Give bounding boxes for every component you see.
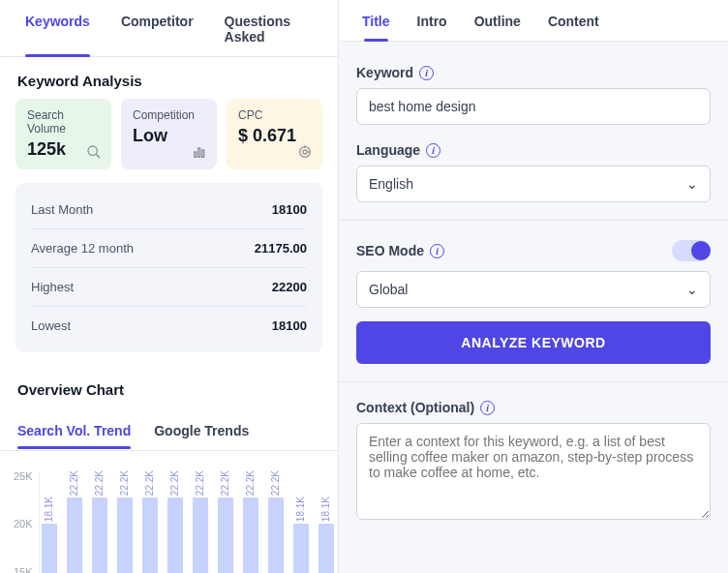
stat-value: 18100 bbox=[272, 318, 307, 333]
divider bbox=[339, 381, 728, 382]
search-volume-chart: 25K20K15K10K 18.1K22.2K22.2K22.2K22.2K22… bbox=[0, 451, 338, 573]
context-textarea[interactable] bbox=[356, 423, 711, 520]
tab-intro[interactable]: Intro bbox=[404, 0, 461, 41]
info-icon[interactable]: i bbox=[430, 244, 444, 258]
bar bbox=[117, 498, 133, 573]
tab-title[interactable]: Title bbox=[349, 0, 404, 41]
bar-column: 18.1K bbox=[291, 470, 311, 573]
metric-cpc[interactable]: CPC $ 0.671 bbox=[227, 99, 322, 169]
metric-label: Search Volume bbox=[27, 108, 100, 136]
stat-label: Highest bbox=[31, 280, 74, 294]
label-text: Keyword bbox=[356, 65, 413, 80]
bar-column: 18.1K bbox=[317, 470, 336, 573]
language-label: Language i bbox=[356, 142, 711, 158]
stat-label: Average 12 month bbox=[31, 241, 134, 256]
bar bbox=[243, 498, 258, 573]
seo-mode-toggle[interactable] bbox=[672, 240, 711, 261]
bar-value-label: 22.2K bbox=[195, 470, 205, 496]
keyword-input[interactable] bbox=[356, 88, 711, 125]
bar-value-label: 22.2K bbox=[220, 470, 230, 496]
sub-tab-google-trends[interactable]: Google Trends bbox=[154, 413, 249, 448]
bar-column: 22.2K bbox=[241, 470, 260, 573]
bar-value-label: 18.1K bbox=[320, 497, 331, 522]
info-icon[interactable]: i bbox=[480, 401, 495, 415]
chart-y-axis: 25K20K15K10K bbox=[14, 470, 39, 573]
tab-questions[interactable]: Questions Asked bbox=[209, 0, 328, 56]
stat-label: Last Month bbox=[31, 202, 93, 217]
tab-competitor[interactable]: Competitor bbox=[106, 0, 209, 56]
bar bbox=[193, 498, 208, 573]
bar-value-label: 22.2K bbox=[245, 470, 256, 496]
info-icon[interactable]: i bbox=[426, 143, 440, 158]
stat-value: 22200 bbox=[272, 280, 307, 294]
stat-row: Average 12 month 21175.00 bbox=[31, 229, 307, 268]
divider bbox=[339, 220, 728, 221]
stat-value: 18100 bbox=[272, 202, 307, 217]
bar bbox=[42, 524, 57, 573]
label-text: Language bbox=[356, 142, 420, 158]
bar-column: 22.2K bbox=[90, 470, 109, 573]
y-tick: 25K bbox=[14, 470, 33, 482]
tab-keywords[interactable]: Keywords bbox=[10, 0, 106, 56]
bar-column: 22.2K bbox=[266, 470, 286, 573]
stats-card: Last Month 18100 Average 12 month 21175.… bbox=[15, 183, 322, 352]
bar-column: 22.2K bbox=[65, 470, 84, 573]
metrics-row: Search Volume 125k Competition Low CPC $… bbox=[0, 99, 338, 169]
bar bbox=[167, 498, 183, 573]
metric-competition[interactable]: Competition Low bbox=[121, 99, 217, 169]
bar-chart-icon bbox=[192, 144, 207, 160]
tab-content[interactable]: Content bbox=[534, 0, 613, 41]
label-text: SEO Mode bbox=[356, 243, 424, 258]
label-text: Context (Optional) bbox=[356, 400, 474, 415]
svg-point-0 bbox=[88, 146, 97, 155]
context-label: Context (Optional) i bbox=[356, 400, 711, 415]
search-icon bbox=[86, 144, 102, 160]
select-value: English bbox=[369, 176, 413, 192]
svg-line-1 bbox=[96, 154, 100, 158]
bar-column: 22.2K bbox=[191, 470, 210, 573]
stat-row: Highest 22200 bbox=[31, 268, 307, 307]
stat-label: Lowest bbox=[31, 318, 71, 333]
bar bbox=[67, 498, 82, 573]
stat-row: Last Month 18100 bbox=[31, 191, 307, 229]
metric-search-volume[interactable]: Search Volume 125k bbox=[15, 99, 111, 169]
y-tick: 20K bbox=[14, 518, 33, 529]
bar-column: 22.2K bbox=[166, 470, 185, 573]
metric-label: Competition bbox=[133, 108, 205, 122]
keyword-label: Keyword i bbox=[356, 65, 711, 80]
seo-mode-label: SEO Mode i bbox=[356, 243, 444, 258]
bar-value-label: 22.2K bbox=[119, 470, 130, 496]
chevron-down-icon: ⌄ bbox=[686, 176, 698, 192]
metric-value: $ 0.671 bbox=[238, 126, 311, 146]
bar bbox=[293, 524, 309, 573]
section-title-overview-chart: Overview Chart bbox=[0, 366, 338, 407]
chevron-down-icon: ⌄ bbox=[686, 282, 698, 297]
bar bbox=[268, 498, 284, 573]
section-title-keyword-analysis: Keyword Analysis bbox=[0, 57, 338, 99]
tab-outline[interactable]: Outline bbox=[461, 0, 534, 41]
stat-value: 21175.00 bbox=[255, 241, 307, 256]
target-icon bbox=[297, 144, 313, 160]
y-tick: 15K bbox=[14, 566, 33, 573]
bar bbox=[92, 498, 107, 573]
bar-value-label: 22.2K bbox=[94, 470, 105, 496]
analyze-keyword-button[interactable]: ANALYZE KEYWORD bbox=[356, 321, 711, 364]
bar-value-label: 18.1K bbox=[295, 497, 306, 522]
chart-bars: 18.1K22.2K22.2K22.2K22.2K22.2K22.2K22.2K… bbox=[39, 470, 336, 573]
sub-tab-search-vol[interactable]: Search Vol. Trend bbox=[17, 413, 131, 448]
bar bbox=[142, 498, 158, 573]
bar bbox=[218, 498, 233, 573]
scope-select[interactable]: Global ⌄ bbox=[356, 271, 711, 308]
bar-column: 22.2K bbox=[115, 470, 135, 573]
bar-value-label: 22.2K bbox=[144, 470, 155, 496]
bar-value-label: 22.2K bbox=[69, 470, 79, 496]
bar-value-label: 18.1K bbox=[44, 497, 54, 522]
metric-label: CPC bbox=[238, 108, 311, 122]
bar-value-label: 22.2K bbox=[270, 470, 281, 496]
bar-column: 18.1K bbox=[40, 470, 59, 573]
svg-rect-4 bbox=[202, 150, 204, 157]
bar-value-label: 22.2K bbox=[169, 470, 180, 496]
chart-sub-tabs: Search Vol. Trend Google Trends bbox=[0, 413, 338, 451]
language-select[interactable]: English ⌄ bbox=[356, 166, 711, 202]
info-icon[interactable]: i bbox=[419, 66, 434, 80]
